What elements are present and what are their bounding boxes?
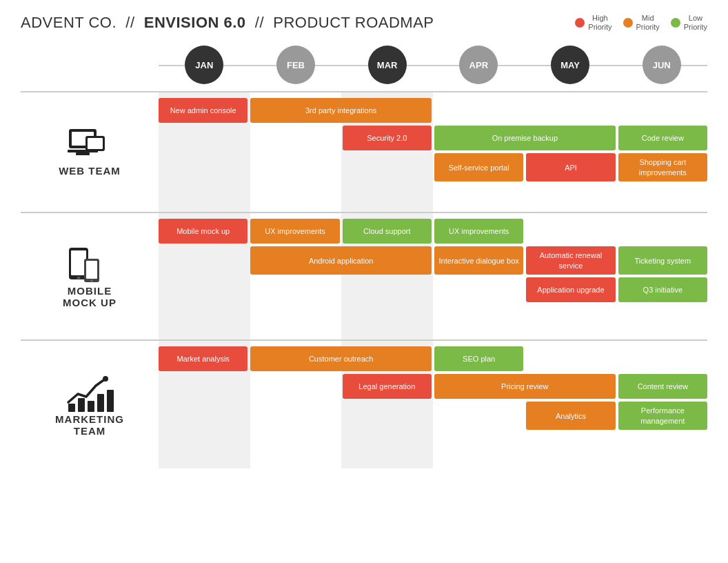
page: ADVENT CO. // ENVISION 6.0 // PRODUCT RO… <box>0 0 728 563</box>
task-ux-improvements-1: UX improvements <box>250 219 339 244</box>
svg-rect-16 <box>97 394 104 412</box>
legend-low: LowPriority <box>671 14 707 32</box>
high-priority-label: HighPriority <box>588 14 611 32</box>
task-interactive-dialogue: Interactive dialogue box <box>434 246 523 275</box>
high-priority-dot <box>575 18 585 28</box>
svg-rect-3 <box>76 152 90 155</box>
legend-mid: MidPriority <box>623 14 660 32</box>
task-on-premise-backup: On premise backup <box>434 126 616 150</box>
task-analytics: Analytics <box>526 402 615 430</box>
marketing-team-section: MARKETINGTEAM Market analysis Customer o… <box>21 341 707 468</box>
task-seo-plan: SEO plan <box>434 346 523 371</box>
mobile-team-info: MOBILEMOCK UP <box>21 213 159 339</box>
task-market-analysis: Market analysis <box>159 346 247 371</box>
task-legal-generation: Legal generation <box>343 374 432 399</box>
month-jan: JAN <box>159 46 250 87</box>
month-circle-apr: APR <box>459 46 498 84</box>
month-circle-may: MAY <box>551 46 589 84</box>
task-ticketing-system: Ticketing system <box>618 246 707 275</box>
marketing-team-info: MARKETINGTEAM <box>21 341 159 468</box>
web-team-name: WEB TEAM <box>59 165 121 177</box>
task-ux-improvements-2: UX improvements <box>434 219 523 244</box>
marketing-team-name: MARKETINGTEAM <box>55 413 124 437</box>
month-circle-jan: JAN <box>185 46 223 84</box>
month-jun: JUN <box>616 46 707 87</box>
page-title: ADVENT CO. // ENVISION 6.0 // PRODUCT RO… <box>21 14 434 32</box>
low-priority-label: LowPriority <box>684 14 707 32</box>
month-mar: MAR <box>341 46 433 87</box>
month-may: MAY <box>525 46 616 87</box>
svg-point-11 <box>90 279 93 282</box>
svg-rect-13 <box>68 404 75 412</box>
web-team-icon <box>68 128 112 165</box>
marketing-team-icon <box>65 373 114 413</box>
legend-high: HighPriority <box>575 14 611 32</box>
web-team-info: WEB TEAM <box>21 92 159 212</box>
task-api: API <box>526 153 615 181</box>
web-team-section: WEB TEAM New admin console 3rd party int… <box>21 92 707 213</box>
svg-rect-10 <box>86 261 97 279</box>
task-shopping-cart: Shopping cart improvements <box>618 153 707 181</box>
task-self-service-portal: Self-service portal <box>434 153 523 181</box>
header: ADVENT CO. // ENVISION 6.0 // PRODUCT RO… <box>21 14 707 32</box>
month-feb: FEB <box>250 46 342 87</box>
month-circle-mar: MAR <box>368 46 407 84</box>
mobile-team-icon <box>68 245 112 285</box>
task-performance-mgmt: Performance management <box>618 402 707 430</box>
svg-rect-14 <box>78 398 85 412</box>
task-app-upgrade: Application upgrade <box>526 277 615 302</box>
svg-rect-15 <box>88 401 94 412</box>
svg-rect-5 <box>88 138 103 149</box>
task-pricing-review: Pricing review <box>434 374 616 399</box>
mid-priority-label: MidPriority <box>636 14 660 32</box>
svg-point-12 <box>103 376 108 382</box>
task-3rd-party-integrations: 3rd party integrations <box>250 98 432 123</box>
svg-rect-7 <box>71 250 86 275</box>
mobile-team-name: MOBILEMOCK UP <box>63 285 117 308</box>
month-apr: APR <box>433 46 525 87</box>
task-android-app: Android application <box>250 246 432 275</box>
task-cloud-support: Cloud support <box>343 219 432 244</box>
task-q3-initiative: Q3 initiative <box>618 277 707 302</box>
svg-point-8 <box>77 276 81 279</box>
month-circle-jun: JUN <box>643 46 681 84</box>
task-customer-outreach: Customer outreach <box>250 346 432 371</box>
task-new-admin-console: New admin console <box>159 98 247 123</box>
task-mobile-mockup: Mobile mock up <box>159 219 247 244</box>
month-circle-feb: FEB <box>276 46 315 84</box>
task-code-review: Code review <box>618 126 707 150</box>
low-priority-dot <box>671 18 680 28</box>
svg-rect-17 <box>107 390 114 412</box>
task-content-review: Content review <box>618 374 707 399</box>
mobile-team-section: MOBILEMOCK UP Mobile mock up UX improvem… <box>21 213 707 341</box>
task-security-2: Security 2.0 <box>343 126 432 150</box>
task-auto-renewal: Automatic renewal service <box>526 246 615 275</box>
legend: HighPriority MidPriority LowPriority <box>575 14 707 32</box>
mid-priority-dot <box>623 18 633 28</box>
